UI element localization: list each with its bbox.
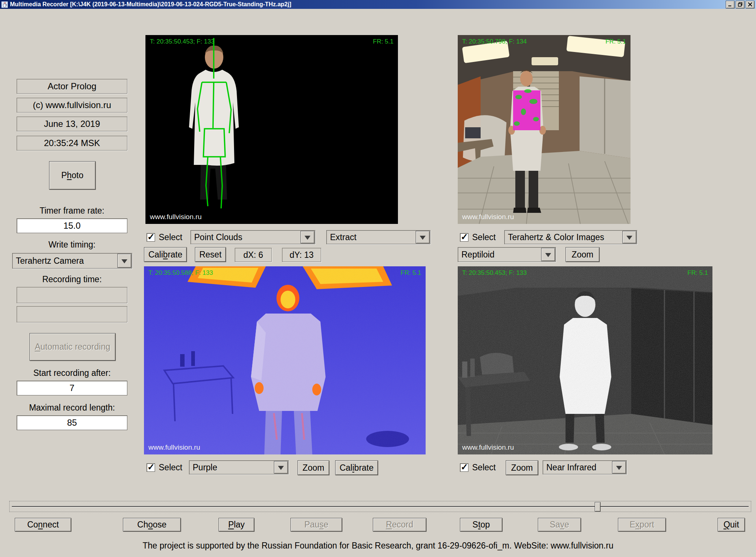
color-style-dropdown[interactable]: Reptiloid (458, 247, 556, 262)
infrared-select-label: Select (472, 463, 496, 473)
infrared-mode-dropdown[interactable]: Near Infrared (543, 460, 627, 474)
recording-time-field-2 (17, 306, 127, 322)
video-color-view: T: 20:35:50.798; F: 134 FR: 5.1 www.full… (458, 35, 630, 224)
skeleton-select-label: Select (159, 232, 182, 242)
recording-time-field-1 (17, 287, 127, 303)
infrared-select: Select (460, 463, 496, 473)
write-timing-dropdown[interactable]: Terahertz Camera (12, 253, 132, 269)
color-mode-dropdown[interactable]: Terahertz & Color Images (504, 230, 637, 244)
record-button[interactable]: Record (373, 518, 426, 532)
restore-icon (738, 2, 742, 7)
video-framerate: FR: 5.1 (605, 38, 626, 45)
dy-value-box: dY: 13 (282, 248, 321, 262)
window-controls (726, 1, 755, 8)
skeleton-select-checkbox[interactable] (147, 233, 155, 242)
minimize-button[interactable] (726, 1, 735, 8)
multimedia-recorder-window: { "titlebar": { "title": "Multimedia Rec… (0, 0, 756, 557)
infrared-mode-value: Near Infrared (543, 461, 612, 474)
copyright-box: (c) www.fullvision.ru (17, 98, 127, 113)
thermal-calibrate-button[interactable]: Calibrate (335, 460, 378, 475)
thermal-mode-value: Purple (189, 461, 274, 474)
close-button[interactable] (746, 1, 755, 8)
thermal-mode-dropdown[interactable]: Purple (189, 460, 289, 474)
photo-button[interactable]: Photo (49, 161, 96, 190)
footer-grant-text: The project is supported by the Russian … (0, 541, 756, 551)
video-framerate: FR: 5.1 (373, 38, 394, 45)
restore-button[interactable] (736, 1, 745, 8)
save-button[interactable]: Save (538, 518, 581, 532)
chevron-down-icon[interactable] (300, 231, 315, 243)
start-recording-after-label: Start recording after: (17, 368, 127, 378)
thermal-zoom-button[interactable]: Zoom (298, 460, 329, 475)
minimize-icon (728, 2, 732, 7)
maximal-record-length-input[interactable]: 85 (17, 415, 127, 430)
thermal-select: Select (147, 463, 182, 473)
color-mode-value: Terahertz & Color Images (505, 231, 622, 244)
skeleton-select: Select (147, 232, 182, 242)
slider-thumb[interactable] (595, 502, 601, 512)
infrared-scene (458, 266, 712, 454)
chevron-down-icon[interactable] (274, 461, 288, 474)
color-room-scene (458, 35, 630, 224)
color-zoom-button[interactable]: Zoom (566, 247, 599, 262)
connect-button[interactable]: Connect (15, 518, 71, 532)
color-style-value: Reptiloid (458, 248, 541, 262)
java-app-icon (1, 1, 8, 8)
infrared-zoom-button[interactable]: Zoom (506, 460, 538, 475)
start-recording-after-input[interactable]: 7 (17, 381, 127, 395)
chevron-down-icon[interactable] (541, 248, 555, 261)
video-watermark: www.fullvision.ru (462, 443, 514, 452)
skeleton-mode-value: Point Clouds (191, 231, 300, 244)
skeleton-mode-dropdown[interactable]: Point Clouds (190, 230, 315, 244)
app-name-box: Actor Prolog (17, 79, 127, 94)
video-infrared-view: T: 20:35:50.453; F: 133 FR: 5.1 www.full… (458, 266, 712, 454)
stop-button[interactable]: Stop (460, 518, 502, 532)
play-button[interactable]: Play (219, 518, 254, 532)
seek-slider[interactable] (9, 501, 751, 512)
video-watermark: www.fullvision.ru (150, 213, 202, 221)
close-icon (748, 2, 752, 7)
color-select: Select (460, 232, 496, 242)
video-timestamp: T: 20:35:50.798; F: 134 (462, 38, 527, 45)
chevron-down-icon[interactable] (622, 231, 636, 243)
maximal-record-length-label: Maximal record length: (17, 403, 127, 413)
video-thermal-view: T: 20:35:50.588; F: 133 FR: 5.1 www.full… (144, 266, 426, 454)
skeleton-extract-value: Extract (327, 231, 415, 244)
window-title: Multimedia Recorder [K:\J4K (2019-06-13-… (10, 1, 291, 8)
date-box: June 13, 2019 (17, 117, 127, 131)
video-framerate: FR: 5.1 (687, 269, 708, 277)
skeleton-extract-dropdown[interactable]: Extract (326, 230, 430, 244)
video-watermark: www.fullvision.ru (148, 443, 200, 452)
timer-frame-rate-label: Timer frame rate: (17, 206, 127, 216)
color-select-label: Select (472, 232, 496, 242)
video-watermark: www.fullvision.ru (462, 213, 514, 221)
recording-time-label: Recording time: (17, 274, 127, 284)
infrared-select-checkbox[interactable] (460, 463, 468, 472)
thermal-select-label: Select (159, 463, 182, 473)
pause-button[interactable]: Pause (291, 518, 342, 532)
color-select-checkbox[interactable] (460, 233, 468, 242)
video-skeleton-view: T: 20:35:50.453; F: 133 FR: 5.1 www.full… (145, 35, 398, 224)
choose-button[interactable]: Choose (123, 518, 181, 532)
video-timestamp: T: 20:35:50.588; F: 133 (148, 269, 213, 277)
write-timing-label: Write timing: (17, 240, 127, 250)
quit-button[interactable]: Quit (718, 518, 745, 532)
skeleton-calibrate-button[interactable]: Calibrate (144, 247, 187, 262)
video-framerate: FR: 5.1 (401, 269, 421, 277)
chevron-down-icon[interactable] (416, 231, 430, 243)
timer-frame-rate-input[interactable]: 15.0 (17, 218, 127, 233)
clock-box: 20:35:24 MSK (17, 136, 127, 151)
thermal-scene (144, 266, 426, 454)
dx-value-box: dX: 6 (235, 248, 272, 262)
skeleton-reset-button[interactable]: Reset (195, 247, 226, 262)
chevron-down-icon[interactable] (612, 461, 626, 474)
video-timestamp: T: 20:35:50.453; F: 133 (150, 38, 214, 45)
chevron-down-icon[interactable] (117, 254, 131, 268)
video-timestamp: T: 20:35:50.453; F: 133 (462, 269, 527, 277)
slider-track[interactable] (12, 506, 749, 507)
titlebar[interactable]: Multimedia Recorder [K:\J4K (2019-06-13-… (0, 0, 756, 9)
export-button[interactable]: Export (618, 518, 666, 532)
skeleton-scene (145, 35, 398, 224)
thermal-select-checkbox[interactable] (147, 463, 155, 472)
automatic-recording-button[interactable]: Automatic recording (30, 333, 116, 361)
